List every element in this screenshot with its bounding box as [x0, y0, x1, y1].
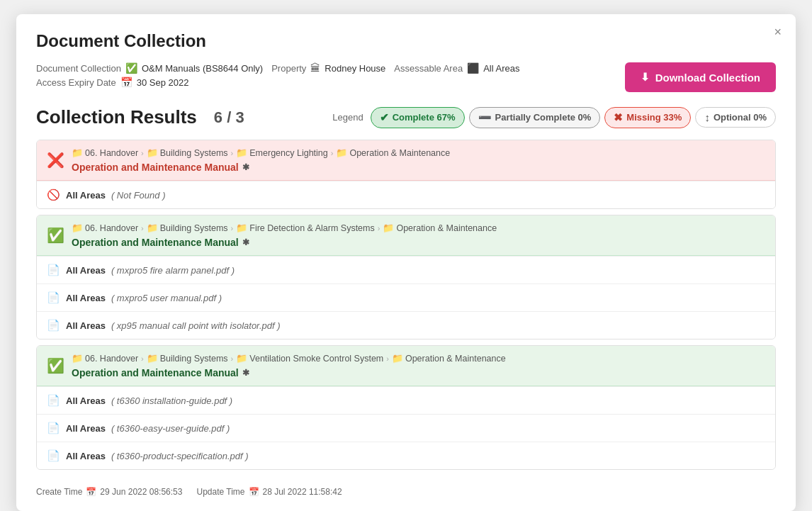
result-group: ✅ 📁06. Handover›📁Building Systems›📁Venti… — [36, 345, 776, 470]
breadcrumb-item: 📁Building Systems — [147, 223, 228, 233]
required-star: ✱ — [242, 368, 249, 378]
breadcrumb-item: 📁Fire Detection & Alarm Systems — [236, 223, 374, 233]
file-area-label: All Areas — [66, 320, 106, 331]
create-label: Create Time — [36, 487, 82, 497]
create-time: Create Time 📅 29 Jun 2022 08:56:53 — [36, 487, 182, 497]
file-icon: 📄 — [47, 319, 60, 332]
file-area-label: All Areas — [66, 293, 106, 303]
meta-line-1: Document Collection ✅ O&M Manuals (BS864… — [36, 62, 519, 74]
breadcrumb-label: 06. Handover — [85, 223, 138, 233]
required-star: ✱ — [242, 237, 249, 247]
file-row: 📄 All Areas ( t6360-product-specificatio… — [37, 442, 775, 469]
group-doc-name: Operation and Maintenance Manual ✱ — [72, 367, 506, 378]
document-collection-modal: × Document Collection Document Collectio… — [16, 14, 796, 511]
breadcrumb-sep: › — [386, 354, 389, 363]
breadcrumb-item: 📁Operation & Maintenance — [383, 223, 497, 233]
group-breadcrumb: 📁06. Handover›📁Building Systems›📁Emergen… — [72, 147, 450, 158]
collection-value: O&M Manuals (BS8644 Only) — [142, 63, 263, 74]
folder-icon: 📁 — [383, 223, 394, 233]
group-header-inner: 📁06. Handover›📁Building Systems›📁Fire De… — [72, 223, 497, 248]
status-icon: ✅ — [47, 227, 64, 244]
file-row: 📄 All Areas ( t6360 installation-guide.p… — [37, 386, 775, 414]
file-row: 📄 All Areas ( t6360-easy-user-guide.pdf … — [37, 414, 775, 442]
breadcrumb-item: 📁Operation & Maintenance — [336, 147, 450, 158]
meta-line-2: Access Expiry Date 📅 30 Sep 2022 — [36, 77, 519, 88]
folder-icon: 📁 — [236, 223, 247, 233]
file-area-label: All Areas — [66, 395, 106, 406]
footer-row: Create Time 📅 29 Jun 2022 08:56:53 Updat… — [36, 487, 776, 497]
breadcrumb-label: Building Systems — [160, 223, 228, 233]
update-label: Update Time — [196, 487, 244, 497]
breadcrumb-item: 📁06. Handover — [72, 353, 138, 364]
legend: Legend ✔ Complete 67% ➖ Partially Comple… — [332, 107, 776, 128]
file-icon: 📄 — [47, 422, 60, 434]
create-icon: 📅 — [86, 487, 96, 497]
group-doc-name: Operation and Maintenance Manual ✱ — [72, 162, 450, 173]
update-time: Update Time 📅 28 Jul 2022 11:58:42 — [196, 487, 342, 497]
file-area-label: All Areas — [66, 451, 106, 461]
required-star: ✱ — [242, 162, 249, 172]
expiry-value: 30 Sep 2022 — [137, 77, 189, 88]
missing-label: Missing 33% — [626, 112, 682, 123]
assessable-icon: ⬛ — [467, 62, 479, 74]
status-icon: ✅ — [47, 357, 64, 374]
file-name: ( t6360 installation-guide.pdf ) — [111, 395, 232, 406]
file-row: 📄 All Areas ( mxpro5 user manual.pdf ) — [37, 283, 775, 311]
meta-row: Document Collection ✅ O&M Manuals (BS864… — [36, 62, 776, 92]
folder-icon: 📁 — [72, 223, 83, 233]
assessable-value: All Areas — [483, 63, 519, 74]
optional-icon: ↕ — [704, 111, 710, 123]
breadcrumb-label: Operation & Maintenance — [349, 148, 450, 158]
group-doc-name: Operation and Maintenance Manual ✱ — [72, 237, 497, 248]
breadcrumb-label: Operation & Maintenance — [405, 354, 506, 364]
breadcrumb-label: 06. Handover — [85, 148, 138, 158]
legend-label: Legend — [332, 112, 363, 123]
file-area-label: All Areas — [66, 423, 106, 434]
results-area: ❌ 📁06. Handover›📁Building Systems›📁Emerg… — [36, 140, 776, 476]
breadcrumb-sep: › — [331, 149, 334, 157]
collection-count: 6 / 3 — [214, 108, 244, 127]
breadcrumb-label: 06. Handover — [85, 354, 138, 364]
file-name: ( t6360-easy-user-guide.pdf ) — [111, 423, 230, 434]
file-name: ( xp95 manual call point with isolator.p… — [111, 320, 281, 331]
collection-title: Collection Results — [36, 106, 197, 128]
breadcrumb-item: 📁Emergency Lighting — [236, 147, 327, 158]
collection-header: Collection Results 6 / 3 Legend ✔ Comple… — [36, 106, 776, 128]
breadcrumb-sep: › — [141, 224, 144, 232]
not-found-icon: 🚫 — [47, 189, 60, 201]
breadcrumb-item: 📁Building Systems — [147, 147, 228, 158]
property-value: Rodney House — [325, 63, 385, 74]
file-name: ( t6360-product-specification.pdf ) — [111, 451, 249, 461]
close-button[interactable]: × — [774, 26, 782, 38]
group-header-inner: 📁06. Handover›📁Building Systems›📁Ventila… — [72, 353, 506, 378]
breadcrumb-sep: › — [231, 149, 234, 157]
file-row: 📄 All Areas ( xp95 manual call point wit… — [37, 311, 775, 339]
file-icon: 📄 — [47, 394, 60, 407]
collection-check-icon: ✅ — [125, 62, 137, 74]
not-found-row: 🚫 All Areas ( Not Found ) — [37, 181, 775, 208]
breadcrumb-item: 📁Building Systems — [147, 353, 228, 364]
property-label: Property — [271, 63, 306, 74]
folder-icon: 📁 — [336, 147, 347, 158]
download-collection-button[interactable]: ⬇ Download Collection — [625, 62, 776, 92]
breadcrumb-sep: › — [231, 224, 234, 232]
breadcrumb-label: Fire Detection & Alarm Systems — [249, 223, 374, 233]
folder-icon: 📁 — [392, 353, 403, 364]
property-icon: 🏛 — [310, 62, 320, 74]
breadcrumb-label: Ventilation Smoke Control System — [249, 354, 383, 364]
file-area-label: All Areas — [66, 190, 106, 201]
update-value: 28 Jul 2022 11:58:42 — [263, 487, 342, 497]
breadcrumb-item: 📁06. Handover — [72, 223, 138, 233]
assessable-label: Assessable Area — [394, 63, 463, 74]
update-icon: 📅 — [249, 487, 259, 497]
status-icon: ❌ — [47, 152, 64, 169]
legend-partial: ➖ Partially Complete 0% — [469, 107, 601, 128]
partial-label: Partially Complete 0% — [495, 112, 592, 123]
breadcrumb-item: 📁Ventilation Smoke Control System — [236, 353, 383, 364]
file-row: 📄 All Areas ( mxpro5 fire alarm panel.pd… — [37, 256, 775, 283]
breadcrumb-item: 📁Operation & Maintenance — [392, 353, 506, 364]
group-header: ✅ 📁06. Handover›📁Building Systems›📁Fire … — [37, 215, 775, 256]
breadcrumb-item: 📁06. Handover — [72, 147, 138, 158]
legend-optional: ↕ Optional 0% — [695, 107, 776, 128]
breadcrumb-label: Building Systems — [160, 148, 228, 158]
